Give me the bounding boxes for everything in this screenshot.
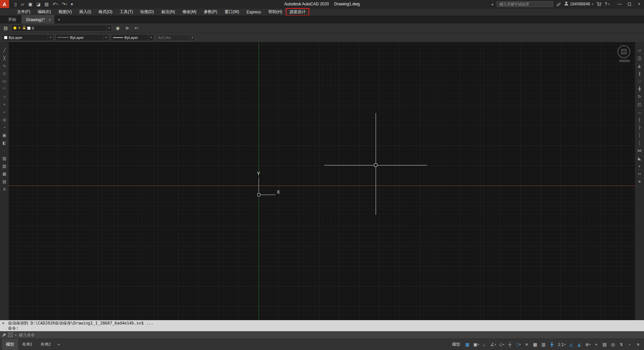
polar-tracking-icon[interactable]: ∠ ▾ [489,341,497,349]
close-button[interactable]: × [634,0,644,8]
autocad-logo[interactable]: A [0,0,9,8]
menu-edit[interactable]: 编辑(E) [34,8,55,16]
layer-properties-icon[interactable]: ▤ [2,24,9,32]
stretch-tool[interactable]: ↔ [636,108,643,116]
line-tool[interactable]: ╱ [1,46,8,54]
object-color-select[interactable]: ByLayer ▾ [2,34,53,41]
polygon-tool[interactable]: ◇ [1,69,8,77]
copy-tool[interactable]: ◫ [636,54,643,62]
layout-tab-1[interactable]: 布局1 [18,339,37,350]
erase-tool[interactable]: ▱ [636,46,643,54]
menu-format[interactable]: 格式(O) [95,8,116,16]
extend-tool[interactable]: ├ [636,123,643,131]
circle-tool[interactable]: ○ [1,93,8,100]
menu-window[interactable]: 窗口(W) [221,8,243,16]
offset-tool[interactable]: ∥ [636,69,643,77]
chevron-down-icon[interactable]: ▾ [48,35,53,41]
autoscale-icon[interactable]: ◭ [576,341,583,349]
tab-start[interactable]: 开始 [3,15,21,24]
move-tool[interactable]: ╋ [636,85,643,93]
point-tool[interactable]: ∙ [1,147,8,154]
save-icon[interactable]: ▣ [27,0,34,8]
menu-express[interactable]: Express [243,9,265,15]
layout-tab-2[interactable]: 布局2 [37,339,55,350]
chevron-down-icon[interactable]: ▾ [148,35,154,41]
graphics-performance-icon[interactable]: ↯ [618,341,625,349]
layout-tab-model[interactable]: 模型 [2,339,18,350]
command-history[interactable]: × 自动保存到 D:\CAD2020自动保存\Drawing1_1_28687_… [0,320,644,331]
plot-icon[interactable]: ▤ [43,0,50,8]
table-tool[interactable]: ▤ [1,178,8,185]
spline-tool[interactable]: ∽ [1,108,8,116]
chamfer-tool[interactable]: ◣ [636,154,643,162]
command-close-icon[interactable]: × [2,321,4,326]
chevron-down-icon[interactable]: ▾ [103,35,109,41]
ellipse-tool[interactable]: ◎ [1,116,8,123]
ortho-mode-icon[interactable]: ∟ [481,341,488,349]
qat-customize-icon[interactable]: ▾ [69,0,75,8]
annotation-monitor-icon[interactable]: + [593,341,600,349]
selection-cycling-icon[interactable]: ▥ [540,341,547,349]
search-collapse-icon[interactable]: ▸ [492,2,493,6]
menu-yuanquan-design[interactable]: 源泉设计 [286,8,309,16]
polyline-tool[interactable]: ∿ [1,62,8,69]
app-store-cart-icon[interactable] [596,2,601,6]
osnap-tracking-icon[interactable]: ┼ [506,341,514,349]
new-drawing-tab-button[interactable]: + [54,16,64,23]
menu-tools[interactable]: 工具(T) [116,8,137,16]
tab-close-icon[interactable]: × [49,18,51,22]
model-space-toggle[interactable]: 模型 [449,342,463,347]
object-snap-icon[interactable]: □ ▾ [515,341,522,349]
fillet-tool[interactable]: ◗ [636,162,643,170]
menu-draw[interactable]: 绘图(D) [137,8,158,16]
break-tool[interactable]: ╎ [636,139,643,147]
viewcube-options[interactable] [619,60,630,62]
blend-curves-tool[interactable]: ∾ [636,170,643,178]
menu-view[interactable]: 视图(V) [55,8,75,16]
revision-cloud-tool[interactable]: ≈ [1,100,8,108]
arc-tool[interactable]: ◠ [1,85,8,93]
undo-icon[interactable]: ↶ ▾ [51,0,59,8]
ellipse-arc-tool[interactable]: ◔ [1,123,8,131]
clean-screen-icon[interactable]: ▫ [626,341,634,349]
lineweight-select[interactable]: ByLayer ▾ [111,34,154,41]
command-options-icon[interactable] [8,333,13,337]
isolate-objects-icon[interactable]: ◎ [609,341,617,349]
save-as-icon[interactable]: ◪ [35,0,42,8]
sign-in-button[interactable]: 184068846 ▾ [564,1,593,7]
redo-icon[interactable]: ↷ ▾ [60,0,68,8]
menu-file[interactable]: 文件(F) [13,8,34,16]
new-file-icon[interactable]: ▯ [13,0,18,8]
communication-center-icon[interactable] [556,2,561,6]
layer-select[interactable]: ☀ 0 ▾ [11,25,112,32]
layer-previous-icon[interactable]: ↩ [133,24,140,32]
menu-insert[interactable]: 插入(I) [75,8,95,16]
open-file-icon[interactable]: ▱ [19,0,26,8]
command-input[interactable] [18,333,644,337]
maximize-button[interactable] [625,0,634,8]
lineweight-display-icon[interactable]: ≡ [523,341,531,349]
annotation-scale-indicator[interactable]: 1:1 ▾ [557,341,567,349]
annotation-visibility-icon[interactable]: ◬ [568,341,575,349]
snap-mode-icon[interactable]: ▣ ▾ [472,341,480,349]
grid-display-icon[interactable]: ▦ [464,341,471,349]
make-object-layer-current-icon[interactable]: ◉ [114,24,121,32]
transparency-icon[interactable]: ▩ [532,341,539,349]
rectangle-tool[interactable]: ▭ [1,77,8,85]
wrench-customize-icon[interactable] [2,333,6,337]
layer-match-icon[interactable]: ≋ [123,24,131,32]
insert-block-tool[interactable]: ▣ [1,131,8,139]
explode-tool[interactable]: ∗ [636,178,643,185]
workspace-switch-icon[interactable]: ⊛ ▾ [584,341,592,349]
minimize-button[interactable]: — [615,0,625,8]
search-input[interactable] [497,1,553,7]
customize-icon[interactable]: ≡ [635,341,642,349]
menu-parametric[interactable]: 参数(P) [200,8,221,16]
menu-dimension[interactable]: 标注(N) [158,8,179,16]
linetype-select[interactable]: ByLayer ▾ [55,34,109,41]
rotate-tool[interactable]: ↻ [636,93,643,100]
viewcube[interactable] [618,45,630,58]
help-button[interactable]: ? ▾ [605,2,609,6]
quick-properties-icon[interactable]: ▤ [601,341,608,349]
trim-tool[interactable]: ┤ [636,116,643,123]
